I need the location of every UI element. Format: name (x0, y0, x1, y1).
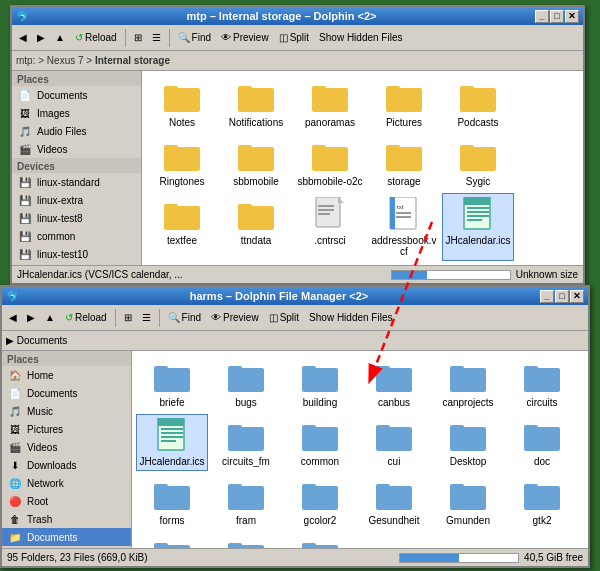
file-item-gesundheit[interactable]: Gesundheit (358, 473, 430, 530)
sidebar-item-downloads[interactable]: ⬇ Downloads (2, 456, 131, 474)
up-btn-top[interactable]: ▲ (51, 28, 69, 48)
file-item-doc[interactable]: doc (506, 414, 578, 471)
icon-view-btn[interactable]: ⊞ (130, 28, 146, 48)
sidebar-item-documents-top[interactable]: 📄 Documents (12, 86, 141, 104)
file-item-textfee[interactable]: textfee (146, 193, 218, 261)
forward-btn-bottom[interactable]: ▶ (23, 308, 39, 328)
show-hidden-btn-bottom[interactable]: Show Hidden Files (305, 308, 396, 328)
back-btn-top[interactable]: ◀ (15, 28, 31, 48)
find-btn-top[interactable]: 🔍 Find (174, 28, 215, 48)
svg-rect-55 (302, 366, 316, 372)
sidebar-item-images-top[interactable]: 🖼 Images (12, 104, 141, 122)
file-item-circuits[interactable]: circuits (506, 355, 578, 412)
svg-rect-79 (154, 484, 168, 490)
sidebar-item-root[interactable]: 🔴 Root (2, 492, 131, 510)
file-name-circuits: circuits (526, 397, 557, 408)
sidebar-item-linux-test10[interactable]: 💾 linux-test10 (12, 245, 141, 263)
file-item-karte[interactable]: Karte (284, 532, 356, 548)
file-item-info[interactable]: i info (210, 532, 282, 548)
sidebar-item-linux-test8[interactable]: 💾 linux-test8 (12, 209, 141, 227)
sidebar-item-documents-selected[interactable]: 📁 Documents (2, 528, 131, 546)
file-item-gcolor2[interactable]: gcolor2 (284, 473, 356, 530)
status-bar-top: JHcalendar.ics (VCS/ICS calendar, ... Un… (12, 265, 583, 283)
file-area-bottom[interactable]: briefe bugs (132, 351, 588, 548)
sidebar-item-common[interactable]: 💾 common (12, 227, 141, 245)
up-btn-bottom[interactable]: ▲ (41, 308, 59, 328)
file-item-addressbook[interactable]: txt addressbook.vcf (368, 193, 440, 261)
file-item-cui[interactable]: cui (358, 414, 430, 471)
sidebar-item-videos-bottom[interactable]: 🎬 Videos (2, 438, 131, 456)
file-item-canprojects[interactable]: canprojects (432, 355, 504, 412)
file-item-pictures-top[interactable]: Pictures (368, 75, 440, 132)
file-item-bugs[interactable]: bugs (210, 355, 282, 412)
file-item-cntrsci[interactable]: .cntrsci (294, 193, 366, 261)
file-item-panoramas[interactable]: panoramas (294, 75, 366, 132)
file-item-notifications[interactable]: Notifications (220, 75, 292, 132)
file-item-briefe[interactable]: briefe (136, 355, 208, 412)
split-btn-top[interactable]: ◫ Split (275, 28, 313, 48)
sidebar-item-pictures-bottom[interactable]: 🖼 Pictures (2, 420, 131, 438)
find-icon-bottom: 🔍 (168, 312, 180, 323)
reload-btn-bottom[interactable]: ↺ Reload (61, 308, 111, 328)
svg-rect-75 (450, 425, 464, 431)
sidebar-item-linux-extra[interactable]: 💾 linux-extra (12, 191, 141, 209)
preview-btn-bottom[interactable]: 👁 Preview (207, 308, 263, 328)
sidebar-item-videos-top[interactable]: 🎬 Videos (12, 140, 141, 158)
minimize-btn-bottom[interactable]: _ (540, 290, 554, 303)
find-btn-bottom[interactable]: 🔍 Find (164, 308, 205, 328)
file-item-reisen[interactable]: Reisen.ics (146, 263, 218, 265)
file-name-building: building (303, 397, 337, 408)
sidebar-item-network[interactable]: 🌐 Network (2, 474, 131, 492)
file-item-forms[interactable]: forms (136, 473, 208, 530)
file-item-ringtones[interactable]: Ringtones (146, 134, 218, 191)
file-item-jhcalendar-bottom[interactable]: JHcalendar.ics (136, 414, 208, 471)
sidebar-item-pictures2[interactable]: 🖼 Pictures (2, 546, 131, 548)
file-item-notes[interactable]: Notes (146, 75, 218, 132)
sidebar-item-trash[interactable]: 🗑 Trash (2, 510, 131, 528)
split-btn-bottom[interactable]: ◫ Split (265, 308, 303, 328)
file-item-rscontacts[interactable]: RScontacts.csv (220, 263, 292, 265)
svg-rect-77 (524, 425, 538, 431)
file-item-sbbmobile[interactable]: sbbmobile (220, 134, 292, 191)
icon-view-btn-bottom[interactable]: ⊞ (120, 308, 136, 328)
preview-btn-top[interactable]: 👁 Preview (217, 28, 273, 48)
file-item-canbus[interactable]: canbus (358, 355, 430, 412)
forward-btn-top[interactable]: ▶ (33, 28, 49, 48)
maximize-btn-bottom[interactable]: □ (555, 290, 569, 303)
back-btn-bottom[interactable]: ◀ (5, 308, 21, 328)
detail-view-btn-bottom[interactable]: ☰ (138, 308, 155, 328)
file-item-storage[interactable]: storage (368, 134, 440, 191)
file-name-podcasts: Podcasts (457, 117, 498, 128)
show-hidden-btn-top[interactable]: Show Hidden Files (315, 28, 406, 48)
detail-view-btn[interactable]: ☰ (148, 28, 165, 48)
file-item-circuits-fm[interactable]: circuits_fm (210, 414, 282, 471)
folder-icon-forms (154, 477, 190, 513)
sidebar-item-music[interactable]: 🎵 Music (2, 402, 131, 420)
sidebar-item-documents-bottom[interactable]: 📄 Documents (2, 384, 131, 402)
file-item-building[interactable]: building (284, 355, 356, 412)
file-item-common-bottom[interactable]: common (284, 414, 356, 471)
file-item-gtk2[interactable]: gtk2 (506, 473, 578, 530)
sidebar-item-linux-test11[interactable]: 💾 linux-test11 (12, 263, 141, 265)
sidebar-item-audio-top[interactable]: 🎵 Audio Files (12, 122, 141, 140)
file-item-desktop[interactable]: Desktop (432, 414, 504, 471)
reload-btn-top[interactable]: ↺ Reload (71, 28, 121, 48)
sidebar-item-linux-standard[interactable]: 💾 linux-standard (12, 173, 141, 191)
show-hidden-label-top: Show Hidden Files (319, 32, 402, 43)
file-item-fram[interactable]: fram (210, 473, 282, 530)
file-item-sbbmobile-o2c[interactable]: sbbmobile-o2c (294, 134, 366, 191)
file-item-ttndata[interactable]: ttndata (220, 193, 292, 261)
file-area-top[interactable]: Notes Notifications (142, 71, 583, 265)
svg-rect-53 (228, 366, 242, 372)
file-item-gmunden[interactable]: Gmunden (432, 473, 504, 530)
maximize-btn-top[interactable]: □ (550, 10, 564, 23)
file-item-jhcalendar-top[interactable]: JHcalendar.ics (442, 193, 514, 261)
close-btn-top[interactable]: ✕ (565, 10, 579, 23)
minimize-btn-top[interactable]: _ (535, 10, 549, 23)
file-item-sygic[interactable]: Sygic (442, 134, 514, 191)
file-item-podcasts[interactable]: Podcasts (442, 75, 514, 132)
sidebar-item-home[interactable]: 🏠 Home (2, 366, 131, 384)
file-item-gtk3[interactable]: gtk3 (136, 532, 208, 548)
status-text-top: JHcalendar.ics (VCS/ICS calendar, ... (17, 269, 183, 280)
close-btn-bottom[interactable]: ✕ (570, 290, 584, 303)
